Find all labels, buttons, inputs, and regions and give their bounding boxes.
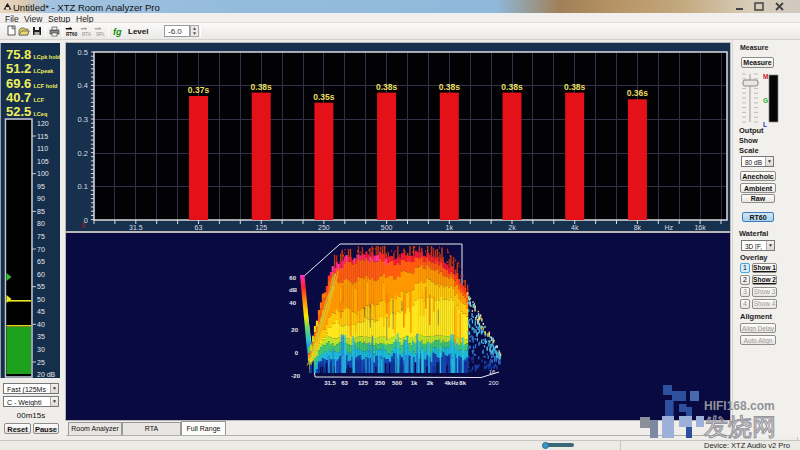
svg-text:0.38s: 0.38s [564, 82, 586, 92]
svg-text:dB: dB [289, 287, 298, 293]
svg-text:4kHz: 4kHz [444, 380, 458, 386]
svg-text:0.3: 0.3 [78, 115, 88, 124]
svg-text:8k: 8k [634, 224, 642, 231]
svg-text:70: 70 [37, 246, 45, 253]
svg-text:40.7: 40.7 [6, 90, 31, 105]
svg-text:85: 85 [37, 208, 45, 215]
svg-text:75: 75 [37, 233, 45, 240]
svg-text:40: 40 [289, 300, 296, 306]
svg-text:RTA: RTA [82, 32, 92, 37]
svg-text:发烧网: 发烧网 [704, 413, 776, 440]
svg-text:0.38s: 0.38s [376, 82, 398, 92]
svg-text:31.5: 31.5 [129, 224, 143, 231]
svg-text:55: 55 [37, 283, 45, 290]
svg-text:100: 100 [37, 170, 49, 177]
svg-text:90: 90 [37, 195, 45, 202]
svg-text:25: 25 [37, 359, 45, 366]
svg-text:HIFI168.com: HIFI168.com [704, 399, 775, 413]
svg-text:LCpeak: LCpeak [34, 68, 55, 74]
svg-text:Hz: Hz [665, 224, 674, 231]
svg-text:4k: 4k [571, 224, 579, 231]
svg-text:125: 125 [255, 224, 267, 231]
svg-text:0.37s: 0.37s [188, 85, 210, 95]
svg-text:0.4: 0.4 [78, 81, 88, 90]
svg-text:M: M [763, 73, 768, 80]
svg-text:0.2: 0.2 [78, 149, 88, 158]
svg-text:fg: fg [113, 27, 122, 37]
svg-text:120: 120 [37, 120, 49, 127]
svg-text:0: 0 [81, 222, 85, 229]
svg-text:0.5: 0.5 [78, 48, 88, 57]
svg-text:45: 45 [37, 308, 45, 315]
svg-text:LCF: LCF [34, 97, 45, 103]
svg-text:1k: 1k [446, 224, 454, 231]
svg-text:0.38s: 0.38s [439, 82, 461, 92]
svg-text:51.2: 51.2 [6, 61, 31, 76]
svg-text:G: G [763, 97, 768, 104]
svg-text:50: 50 [37, 296, 45, 303]
svg-text:80: 80 [37, 220, 45, 227]
svg-text:95: 95 [37, 183, 45, 190]
svg-text:20: 20 [291, 327, 298, 333]
svg-text:-20: -20 [291, 373, 300, 379]
svg-text:250: 250 [318, 224, 330, 231]
svg-text:0.38s: 0.38s [501, 82, 523, 92]
svg-text:110: 110 [37, 145, 48, 152]
svg-text:125: 125 [358, 380, 369, 386]
svg-text:63: 63 [341, 380, 348, 386]
svg-text:65: 65 [37, 258, 45, 265]
svg-text:LCeq: LCeq [34, 111, 48, 117]
svg-text:63: 63 [195, 224, 203, 231]
svg-text:60: 60 [289, 275, 296, 281]
svg-text:105: 105 [37, 158, 49, 165]
svg-text:40: 40 [37, 321, 45, 328]
svg-text:52.5: 52.5 [6, 104, 31, 119]
svg-text:SPL: SPL [96, 32, 105, 37]
svg-text:16k: 16k [694, 224, 706, 231]
svg-text:0.36s: 0.36s [627, 88, 649, 98]
svg-text:16: 16 [489, 369, 496, 375]
svg-text:LCF hold: LCF hold [34, 83, 58, 89]
svg-text:2k: 2k [427, 380, 434, 386]
svg-text:0.35s: 0.35s [313, 92, 335, 102]
svg-text:0.38s: 0.38s [251, 82, 273, 92]
svg-text:30: 30 [37, 346, 45, 353]
svg-text:35: 35 [37, 333, 45, 340]
svg-text:2k: 2k [508, 224, 516, 231]
svg-text:1k: 1k [411, 380, 418, 386]
svg-text:200: 200 [489, 380, 500, 386]
svg-text:31.5: 31.5 [324, 380, 336, 386]
svg-text:8k: 8k [459, 380, 466, 386]
svg-text:20 dB: 20 dB [37, 371, 56, 378]
svg-text:115: 115 [37, 133, 48, 140]
svg-text:500: 500 [381, 224, 393, 231]
svg-text:69.6: 69.6 [6, 76, 31, 91]
svg-text:0.1: 0.1 [78, 182, 88, 191]
svg-text:60: 60 [37, 271, 45, 278]
svg-text:RT60: RT60 [66, 32, 78, 37]
svg-text:75.8: 75.8 [6, 47, 31, 62]
svg-text:LCpk hold: LCpk hold [34, 54, 61, 60]
svg-text:500: 500 [392, 380, 403, 386]
svg-text:250: 250 [375, 380, 386, 386]
